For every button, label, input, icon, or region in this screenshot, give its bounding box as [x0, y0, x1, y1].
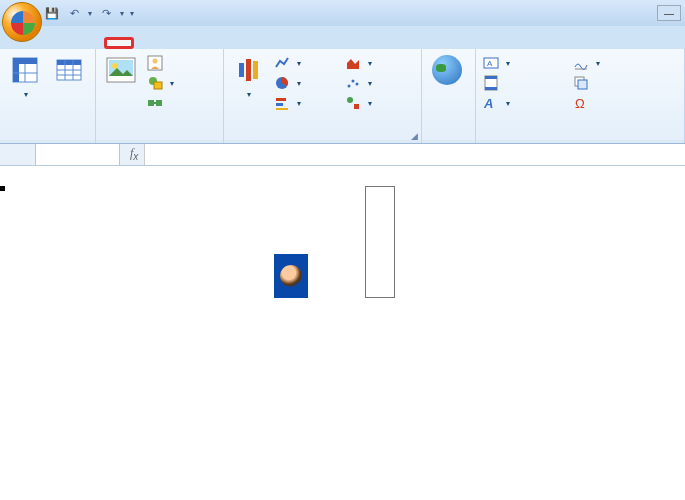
- group-links: [422, 49, 476, 143]
- shapes-icon: [147, 75, 163, 91]
- area-chart-icon: [345, 55, 361, 71]
- line-chart-icon: [274, 55, 290, 71]
- symbol-icon: Ω: [573, 95, 589, 111]
- tab-view[interactable]: [246, 39, 274, 49]
- smartart-button[interactable]: [144, 94, 177, 112]
- svg-point-15: [153, 59, 158, 64]
- title-bar: 💾 ↶ ▾ ↷ ▾ ▾ —: [0, 0, 685, 26]
- pivot-table-icon: [9, 54, 41, 86]
- qat-customize[interactable]: ▾: [130, 9, 134, 18]
- formula-bar-row: fx: [0, 144, 685, 166]
- pivot-table-button[interactable]: ▾: [4, 52, 46, 101]
- group-text-label: [476, 140, 684, 143]
- tab-insert[interactable]: [104, 37, 134, 49]
- tab-review[interactable]: [218, 39, 246, 49]
- redo-dropdown[interactable]: ▾: [120, 9, 124, 18]
- scatter-chart-icon: [345, 75, 361, 91]
- scatter-chart-button[interactable]: ▾: [342, 74, 417, 92]
- area-chart-button[interactable]: ▾: [342, 54, 417, 72]
- svg-point-26: [355, 83, 358, 86]
- dialog-launcher-icon[interactable]: ◢: [411, 131, 418, 141]
- tab-special[interactable]: [302, 39, 330, 49]
- fx-icon[interactable]: fx: [130, 146, 138, 162]
- group-illustrations-label: [96, 140, 223, 143]
- symbol-button[interactable]: Ω: [570, 94, 648, 112]
- svg-text:A: A: [483, 96, 493, 111]
- header-footer-button[interactable]: [480, 74, 568, 92]
- svg-rect-37: [578, 80, 587, 89]
- chevron-down-icon: ▾: [24, 90, 28, 99]
- office-button[interactable]: [2, 2, 42, 42]
- group-tables-label: [0, 140, 95, 143]
- pie-chart-button[interactable]: ▾: [271, 74, 340, 92]
- svg-rect-22: [276, 103, 283, 106]
- quick-access-toolbar: 💾 ↶ ▾ ↷ ▾ ▾: [44, 5, 134, 21]
- pie-chart-icon: [274, 75, 290, 91]
- tab-page-layout[interactable]: [134, 39, 162, 49]
- worksheet-grid[interactable]: [0, 166, 685, 500]
- formula-bar[interactable]: [144, 144, 685, 165]
- svg-rect-32: [485, 76, 497, 79]
- signature-line-button[interactable]: ▾: [570, 54, 648, 72]
- hyperlink-button[interactable]: [426, 52, 468, 90]
- other-chart-icon: [345, 95, 361, 111]
- group-links-label: [422, 140, 475, 143]
- group-tables: ▾: [0, 49, 96, 143]
- minimize-button[interactable]: —: [657, 5, 681, 21]
- ribbon-tabs: [0, 26, 685, 49]
- watermark: [671, 463, 675, 494]
- wordart-button[interactable]: A▾: [480, 94, 568, 112]
- svg-point-24: [347, 85, 350, 88]
- chevron-down-icon: ▾: [170, 79, 174, 88]
- group-illustrations: ▾: [96, 49, 224, 143]
- save-icon[interactable]: 💾: [44, 5, 60, 21]
- bar-chart-button[interactable]: ▾: [271, 94, 340, 112]
- group-charts: ▾ ▾ ▾ ▾ ▾ ▾ ▾ ◢: [224, 49, 422, 143]
- clipart-icon: [147, 55, 163, 71]
- textbox-icon: A: [483, 55, 499, 71]
- group-text: A▾ A▾ ▾ Ω: [476, 49, 685, 143]
- svg-rect-18: [148, 100, 154, 106]
- svg-rect-33: [485, 87, 497, 90]
- undo-dropdown[interactable]: ▾: [88, 9, 92, 18]
- globe-icon: [431, 54, 463, 86]
- smartart-icon: [147, 95, 163, 111]
- svg-point-25: [351, 80, 354, 83]
- object-button[interactable]: [570, 74, 648, 92]
- svg-rect-2: [13, 58, 19, 82]
- signature-icon: [573, 55, 589, 71]
- other-chart-button[interactable]: ▾: [342, 94, 417, 112]
- active-cell-indicator: [0, 186, 4, 190]
- column-chart-icon: [232, 54, 264, 86]
- svg-point-27: [347, 97, 353, 103]
- name-box[interactable]: [36, 144, 120, 165]
- svg-rect-23: [276, 108, 288, 110]
- line-chart-button[interactable]: ▾: [271, 54, 340, 72]
- wordart-icon: A: [483, 95, 499, 111]
- picture-icon: [105, 54, 137, 86]
- shapes-button[interactable]: ▾: [144, 74, 177, 92]
- undo-icon[interactable]: ↶: [66, 5, 82, 21]
- picture-button[interactable]: [100, 52, 142, 90]
- redo-icon[interactable]: ↷: [98, 5, 114, 21]
- tab-home[interactable]: [76, 39, 104, 49]
- group-charts-label: ◢: [224, 140, 421, 143]
- table-button[interactable]: [48, 52, 90, 90]
- svg-rect-21: [276, 98, 286, 101]
- vertical-textbox[interactable]: [365, 186, 395, 298]
- svg-text:Ω: Ω: [575, 96, 585, 111]
- tab-formulas[interactable]: [162, 39, 190, 49]
- tab-classic[interactable]: [48, 39, 76, 49]
- svg-rect-28: [354, 104, 359, 109]
- tab-data[interactable]: [190, 39, 218, 49]
- embedded-image[interactable]: [274, 254, 308, 298]
- clipart-button[interactable]: [144, 54, 177, 72]
- tab-developer[interactable]: [274, 39, 302, 49]
- column-chart-button[interactable]: ▾: [228, 52, 269, 101]
- svg-rect-6: [57, 60, 81, 65]
- textbox-button[interactable]: A▾: [480, 54, 568, 72]
- object-icon: [573, 75, 589, 91]
- header-footer-icon: [483, 75, 499, 91]
- table-icon: [53, 54, 85, 86]
- chevron-down-icon: ▾: [247, 90, 251, 99]
